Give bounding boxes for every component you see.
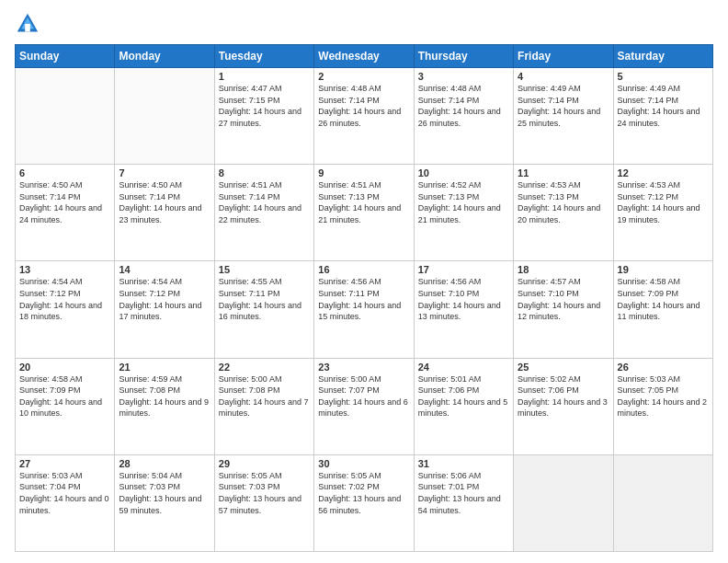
- day-info: Sunrise: 4:55 AMSunset: 7:11 PMDaylight:…: [219, 276, 310, 322]
- day-info: Sunrise: 5:04 AMSunset: 7:03 PMDaylight:…: [119, 470, 210, 516]
- day-info: Sunrise: 5:00 AMSunset: 7:07 PMDaylight:…: [318, 373, 409, 419]
- day-number: 8: [219, 167, 310, 178]
- calendar-cell: 2Sunrise: 4:48 AMSunset: 7:14 PMDaylight…: [314, 68, 414, 165]
- day-number: 17: [418, 264, 509, 275]
- day-info: Sunrise: 4:50 AMSunset: 7:14 PMDaylight:…: [19, 179, 110, 225]
- day-info: Sunrise: 5:06 AMSunset: 7:01 PMDaylight:…: [418, 470, 509, 516]
- calendar-cell: 15Sunrise: 4:55 AMSunset: 7:11 PMDayligh…: [214, 261, 313, 358]
- day-info: Sunrise: 4:48 AMSunset: 7:14 PMDaylight:…: [318, 83, 409, 129]
- day-number: 24: [418, 362, 509, 373]
- weekday-header-monday: Monday: [115, 45, 214, 68]
- calendar-cell: 10Sunrise: 4:52 AMSunset: 7:13 PMDayligh…: [414, 165, 513, 261]
- calendar-cell: 9Sunrise: 4:51 AMSunset: 7:13 PMDaylight…: [314, 165, 414, 261]
- day-number: 11: [518, 167, 609, 178]
- weekday-header-wednesday: Wednesday: [314, 45, 414, 68]
- day-number: 6: [19, 167, 110, 178]
- calendar-week-row: 20Sunrise: 4:58 AMSunset: 7:09 PMDayligh…: [16, 358, 713, 454]
- calendar-cell: 22Sunrise: 5:00 AMSunset: 7:08 PMDayligh…: [214, 358, 313, 454]
- weekday-header-tuesday: Tuesday: [214, 45, 313, 68]
- day-info: Sunrise: 4:51 AMSunset: 7:14 PMDaylight:…: [219, 179, 310, 225]
- day-number: 30: [318, 458, 409, 469]
- calendar-cell: 13Sunrise: 4:54 AMSunset: 7:12 PMDayligh…: [16, 261, 115, 358]
- logo: [15, 11, 44, 37]
- day-info: Sunrise: 4:53 AMSunset: 7:13 PMDaylight:…: [518, 179, 609, 225]
- calendar-week-row: 27Sunrise: 5:03 AMSunset: 7:04 PMDayligh…: [16, 454, 713, 551]
- page: SundayMondayTuesdayWednesdayThursdayFrid…: [0, 0, 728, 563]
- day-info: Sunrise: 4:51 AMSunset: 7:13 PMDaylight:…: [318, 179, 409, 225]
- svg-rect-2: [25, 24, 30, 31]
- calendar-cell: 17Sunrise: 4:56 AMSunset: 7:10 PMDayligh…: [414, 261, 513, 358]
- day-number: 23: [318, 362, 409, 373]
- day-info: Sunrise: 4:56 AMSunset: 7:10 PMDaylight:…: [418, 276, 509, 322]
- calendar-cell: [613, 454, 712, 551]
- day-number: 27: [19, 458, 110, 469]
- day-info: Sunrise: 5:03 AMSunset: 7:04 PMDaylight:…: [19, 470, 110, 516]
- weekday-header-sunday: Sunday: [16, 45, 115, 68]
- calendar-week-row: 1Sunrise: 4:47 AMSunset: 7:15 PMDaylight…: [16, 68, 713, 165]
- calendar-cell: 20Sunrise: 4:58 AMSunset: 7:09 PMDayligh…: [16, 358, 115, 454]
- day-info: Sunrise: 4:54 AMSunset: 7:12 PMDaylight:…: [119, 276, 210, 322]
- day-info: Sunrise: 4:53 AMSunset: 7:12 PMDaylight:…: [618, 179, 709, 225]
- day-info: Sunrise: 5:01 AMSunset: 7:06 PMDaylight:…: [418, 373, 509, 419]
- calendar-cell: 16Sunrise: 4:56 AMSunset: 7:11 PMDayligh…: [314, 261, 414, 358]
- day-info: Sunrise: 4:48 AMSunset: 7:14 PMDaylight:…: [418, 83, 509, 129]
- day-number: 5: [618, 71, 709, 82]
- day-info: Sunrise: 4:49 AMSunset: 7:14 PMDaylight:…: [618, 83, 709, 129]
- day-number: 7: [119, 167, 210, 178]
- day-number: 12: [618, 167, 709, 178]
- day-number: 13: [19, 264, 110, 275]
- day-info: Sunrise: 4:58 AMSunset: 7:09 PMDaylight:…: [19, 373, 110, 419]
- calendar-cell: 25Sunrise: 5:02 AMSunset: 7:06 PMDayligh…: [514, 358, 613, 454]
- day-number: 29: [219, 458, 310, 469]
- calendar-cell: 29Sunrise: 5:05 AMSunset: 7:03 PMDayligh…: [214, 454, 313, 551]
- day-info: Sunrise: 5:05 AMSunset: 7:02 PMDaylight:…: [318, 470, 409, 516]
- day-info: Sunrise: 5:02 AMSunset: 7:06 PMDaylight:…: [518, 373, 609, 419]
- calendar-cell: 5Sunrise: 4:49 AMSunset: 7:14 PMDaylight…: [613, 68, 712, 165]
- calendar-cell: [115, 68, 214, 165]
- calendar-cell: 26Sunrise: 5:03 AMSunset: 7:05 PMDayligh…: [613, 358, 712, 454]
- day-number: 20: [19, 362, 110, 373]
- calendar-cell: 24Sunrise: 5:01 AMSunset: 7:06 PMDayligh…: [414, 358, 513, 454]
- calendar-cell: 8Sunrise: 4:51 AMSunset: 7:14 PMDaylight…: [214, 165, 313, 261]
- day-info: Sunrise: 5:03 AMSunset: 7:05 PMDaylight:…: [618, 373, 709, 419]
- calendar-cell: [514, 454, 613, 551]
- calendar-cell: 12Sunrise: 4:53 AMSunset: 7:12 PMDayligh…: [613, 165, 712, 261]
- day-number: 25: [518, 362, 609, 373]
- day-info: Sunrise: 4:54 AMSunset: 7:12 PMDaylight:…: [19, 276, 110, 322]
- calendar-cell: 6Sunrise: 4:50 AMSunset: 7:14 PMDaylight…: [16, 165, 115, 261]
- calendar-cell: 18Sunrise: 4:57 AMSunset: 7:10 PMDayligh…: [514, 261, 613, 358]
- calendar-cell: 23Sunrise: 5:00 AMSunset: 7:07 PMDayligh…: [314, 358, 414, 454]
- header: [15, 11, 713, 37]
- day-info: Sunrise: 4:59 AMSunset: 7:08 PMDaylight:…: [119, 373, 210, 419]
- calendar-cell: 14Sunrise: 4:54 AMSunset: 7:12 PMDayligh…: [115, 261, 214, 358]
- calendar-cell: 1Sunrise: 4:47 AMSunset: 7:15 PMDaylight…: [214, 68, 313, 165]
- weekday-header-row: SundayMondayTuesdayWednesdayThursdayFrid…: [16, 45, 713, 68]
- day-info: Sunrise: 4:47 AMSunset: 7:15 PMDaylight:…: [219, 83, 310, 129]
- day-number: 15: [219, 264, 310, 275]
- calendar-cell: 21Sunrise: 4:59 AMSunset: 7:08 PMDayligh…: [115, 358, 214, 454]
- calendar-cell: [16, 68, 115, 165]
- day-info: Sunrise: 4:52 AMSunset: 7:13 PMDaylight:…: [418, 179, 509, 225]
- day-number: 3: [418, 71, 509, 82]
- day-info: Sunrise: 4:56 AMSunset: 7:11 PMDaylight:…: [318, 276, 409, 322]
- calendar-cell: 27Sunrise: 5:03 AMSunset: 7:04 PMDayligh…: [16, 454, 115, 551]
- calendar-cell: 7Sunrise: 4:50 AMSunset: 7:14 PMDaylight…: [115, 165, 214, 261]
- day-number: 19: [618, 264, 709, 275]
- weekday-header-friday: Friday: [514, 45, 613, 68]
- calendar-table: SundayMondayTuesdayWednesdayThursdayFrid…: [15, 44, 713, 552]
- calendar-week-row: 13Sunrise: 4:54 AMSunset: 7:12 PMDayligh…: [16, 261, 713, 358]
- day-number: 28: [119, 458, 210, 469]
- day-number: 14: [119, 264, 210, 275]
- day-number: 16: [318, 264, 409, 275]
- calendar-week-row: 6Sunrise: 4:50 AMSunset: 7:14 PMDaylight…: [16, 165, 713, 261]
- day-info: Sunrise: 5:05 AMSunset: 7:03 PMDaylight:…: [219, 470, 310, 516]
- day-number: 18: [518, 264, 609, 275]
- day-info: Sunrise: 4:49 AMSunset: 7:14 PMDaylight:…: [518, 83, 609, 129]
- calendar-cell: 4Sunrise: 4:49 AMSunset: 7:14 PMDaylight…: [514, 68, 613, 165]
- day-number: 31: [418, 458, 509, 469]
- day-number: 2: [318, 71, 409, 82]
- day-number: 10: [418, 167, 509, 178]
- logo-icon: [15, 11, 40, 37]
- calendar-cell: 31Sunrise: 5:06 AMSunset: 7:01 PMDayligh…: [414, 454, 513, 551]
- day-info: Sunrise: 4:57 AMSunset: 7:10 PMDaylight:…: [518, 276, 609, 322]
